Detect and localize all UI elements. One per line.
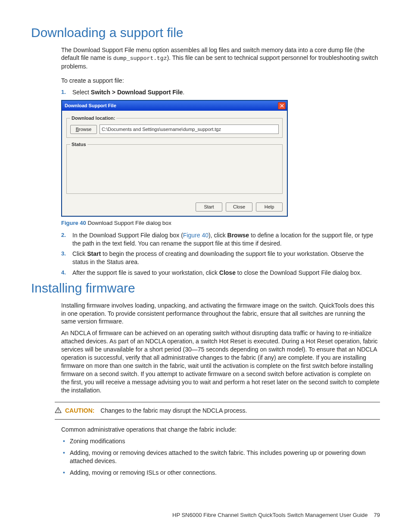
caution-label: CAUTION: (65, 407, 94, 414)
step-bold: Switch > Download Support File (91, 89, 183, 96)
step-number: 3. (61, 250, 66, 258)
caution-icon (55, 407, 62, 413)
heading-downloading: Downloading a support file (31, 24, 380, 42)
help-button[interactable]: Help (256, 202, 283, 212)
step-bold: Browse (227, 232, 249, 239)
heading-installing: Installing firmware (31, 280, 380, 297)
step-text: In the Download Support File dialog box … (72, 232, 183, 239)
dialog-titlebar: Download Support File (62, 101, 287, 111)
list-item: Zoning modifications (61, 437, 380, 445)
step-3: 3. Click Start to begin the process of c… (61, 250, 380, 266)
download-support-dialog: Download Support File Download location:… (61, 100, 288, 217)
step-number: 1. (61, 88, 66, 96)
step-bold: Close (219, 269, 236, 276)
caution-text: Changes to the fabric may disrupt the ND… (100, 407, 247, 414)
figure-caption-text: Download Support File dialog box (86, 220, 171, 226)
step-4: 4. After the support file is saved to yo… (61, 269, 380, 277)
status-legend: Status (70, 141, 87, 148)
installing-p1: Installing firmware involves loading, un… (61, 302, 380, 326)
step-post: to close the Download Support File dialo… (236, 269, 362, 276)
caution-rule-bottom (55, 419, 380, 420)
dialog-title: Download Support File (65, 103, 116, 109)
figure-link[interactable]: Figure 40 (183, 232, 209, 239)
close-icon[interactable] (278, 102, 286, 109)
download-location-group: Download location: Browse C:\Documents a… (66, 115, 283, 138)
close-button[interactable]: Close (226, 202, 252, 212)
step-text: Select (72, 89, 91, 96)
figure-caption: Figure 40 Download Support File dialog b… (61, 219, 380, 227)
step-text: Click (72, 250, 87, 257)
svg-point-1 (58, 412, 59, 413)
step-1: 1. Select Switch > Download Support File… (61, 88, 380, 96)
page-number: 79 (374, 511, 380, 519)
status-area (70, 151, 279, 190)
installing-p3: Common administrative operations that ch… (61, 426, 380, 434)
step-number: 2. (61, 231, 66, 239)
download-location-legend: Download location: (70, 115, 116, 121)
installing-p2: An NDCLA of firmware can be achieved on … (61, 329, 380, 394)
status-group: Status (66, 141, 283, 194)
caution-box: CAUTION: Changes to the fabric may disru… (55, 403, 380, 418)
step-mid: ), click (209, 232, 227, 239)
list-item: Adding, moving or removing ISLs or other… (61, 469, 380, 477)
default-filename: dump_support.tgz (113, 55, 167, 62)
browse-button[interactable]: Browse (70, 125, 97, 134)
intro-paragraph: The Download Support File menu option as… (61, 46, 380, 71)
start-button[interactable]: Start (196, 202, 222, 212)
step-2: 2. In the Download Support File dialog b… (61, 231, 380, 248)
figure-label: Figure 40 (61, 220, 86, 226)
list-item: Adding, moving or removing devices attac… (61, 449, 380, 465)
page-footer: HP SN6000 Fibre Channel Switch QuickTool… (31, 511, 380, 519)
step-number: 4. (61, 269, 66, 277)
step-text: After the support file is saved to your … (72, 269, 219, 276)
footer-title: HP SN6000 Fibre Channel Switch QuickTool… (172, 511, 368, 519)
step-bold: Start (87, 250, 101, 257)
path-input[interactable]: C:\Documents and Settings\username\dump_… (100, 124, 279, 134)
step-post: . (183, 89, 184, 96)
create-instruction: To create a support file: (61, 77, 380, 85)
browse-label-rest: rowse (79, 127, 91, 132)
step-post: to begin the process of creating and dow… (72, 250, 364, 265)
caution-rule-top (55, 402, 380, 402)
